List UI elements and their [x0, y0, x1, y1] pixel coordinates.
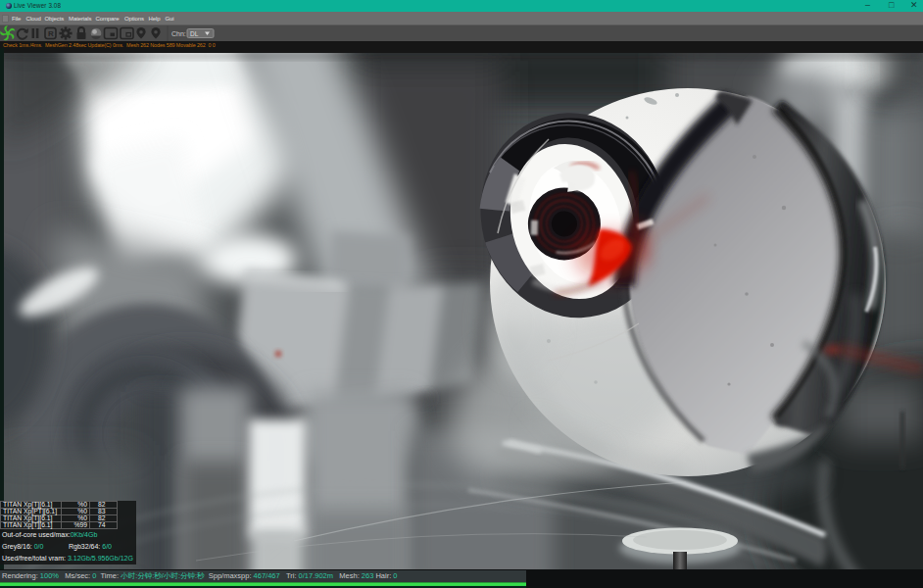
- svg-text:R: R: [48, 29, 54, 38]
- svg-text:Chn:: Chn:: [171, 30, 186, 37]
- svg-text:DL: DL: [190, 30, 199, 37]
